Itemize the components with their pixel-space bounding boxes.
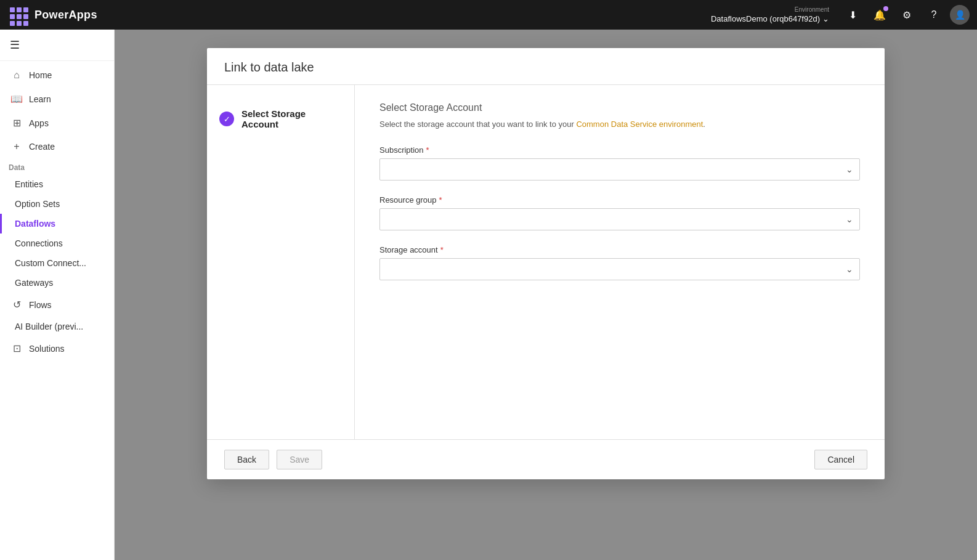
modal-steps: ✓ Select Storage Account [207,85,355,439]
step-1-label: Select Storage Account [241,108,342,129]
sidebar-item-connections[interactable]: Connections [0,233,114,253]
form-section-title: Select Storage Account [379,102,860,113]
sidebar-item-solutions-label: Solutions [29,344,65,354]
sidebar-item-option-sets[interactable]: Option Sets [0,194,114,214]
description-text-start: Select the storage account that you want… [379,120,576,129]
sidebar-item-gateways[interactable]: Gateways [0,273,114,293]
waffle-menu[interactable] [7,5,27,25]
sidebar-item-create[interactable]: + Create [0,135,114,158]
sidebar-item-apps-label: Apps [29,118,49,128]
notification-badge [883,6,888,11]
sidebar-item-solutions[interactable]: ⊡ Solutions [0,336,114,360]
sidebar-item-ai-builder[interactable]: AI Builder (previ... [0,317,114,336]
modal-header: Link to data lake [207,48,885,85]
help-button[interactable]: ? [923,4,945,26]
sidebar-item-flows[interactable]: ↺ Flows [0,293,114,317]
subscription-chevron-icon: ⌄ [846,164,853,174]
resource-group-field-group: Resource group * ⌄ [379,195,860,230]
notifications-button[interactable]: 🔔 [869,4,891,26]
modal-form: Select Storage Account Select the storag… [355,85,885,439]
data-section-header[interactable]: Data [0,158,114,174]
sidebar-item-custom-connectors[interactable]: Custom Connect... [0,253,114,273]
learn-icon: 📖 [10,93,23,105]
resource-group-label: Resource group * [379,195,860,205]
sidebar-item-home[interactable]: ⌂ Home [0,63,114,87]
modal-overlay: Link to data lake ✓ Select Storage Accou… [115,30,977,560]
form-description: Select the storage account that you want… [379,118,860,131]
environment-label: Environment [795,6,829,13]
sidebar-item-apps[interactable]: ⊞ Apps [0,111,114,135]
subscription-field-group: Subscription * ⌄ [379,145,860,181]
environment-name: DataflowsDemo (orqb647f92d) ⌄ [711,14,829,23]
link-to-data-lake-modal: Link to data lake ✓ Select Storage Accou… [207,48,885,479]
apps-icon: ⊞ [10,117,23,129]
app-logo: PowerApps [34,9,97,22]
chevron-down-icon: ⌄ [822,14,829,23]
modal-body: ✓ Select Storage Account Select Storage … [207,85,885,439]
sidebar-top: ☰ [0,30,114,61]
environment-selector[interactable]: Environment DataflowsDemo (orqb647f92d) … [711,6,829,23]
sidebar-item-home-label: Home [29,70,52,80]
modal-footer: Back Save Cancel [207,439,885,479]
sidebar-item-dataflows[interactable]: Dataflows [0,214,114,233]
resource-group-required: * [439,195,442,205]
content-area: Link to data lake ✓ Select Storage Accou… [115,30,977,560]
resource-group-select[interactable]: ⌄ [379,208,860,230]
topbar-actions: ⬇ 🔔 ⚙ ? 👤 [841,4,970,26]
modal-title: Link to data lake [224,60,867,75]
storage-account-chevron-icon: ⌄ [846,264,853,274]
step-1-circle: ✓ [219,112,234,126]
storage-account-field-group: Storage account * ⌄ [379,245,860,280]
create-icon: + [10,141,23,152]
resource-group-chevron-icon: ⌄ [846,214,853,224]
back-button[interactable]: Back [224,450,269,469]
storage-account-required: * [440,245,444,254]
home-icon: ⌂ [10,70,23,81]
sidebar: ☰ ⌂ Home 📖 Learn ⊞ Apps + Create Data En… [0,30,115,560]
sidebar-item-flows-label: Flows [29,300,52,310]
subscription-label: Subscription * [379,145,860,155]
description-text-end: . [703,120,705,129]
sidebar-item-create-label: Create [29,142,55,152]
sidebar-nav: ⌂ Home 📖 Learn ⊞ Apps + Create Data Enti… [0,61,114,363]
topbar: PowerApps Environment DataflowsDemo (orq… [0,0,977,30]
storage-account-select[interactable]: ⌄ [379,258,860,280]
cancel-button[interactable]: Cancel [814,450,867,469]
save-button[interactable]: Save [277,450,322,469]
step-1-item: ✓ Select Storage Account [219,102,342,136]
subscription-select[interactable]: ⌄ [379,158,860,181]
flows-icon: ↺ [10,299,23,310]
sidebar-hamburger[interactable]: ☰ [7,36,107,54]
storage-account-label: Storage account * [379,245,860,254]
settings-button[interactable]: ⚙ [896,4,918,26]
description-link[interactable]: Common Data Service environment [576,120,703,129]
main-layout: ☰ ⌂ Home 📖 Learn ⊞ Apps + Create Data En… [0,30,977,560]
user-avatar[interactable]: 👤 [950,5,970,25]
download-button[interactable]: ⬇ [841,4,864,26]
subscription-required: * [426,145,429,155]
solutions-icon: ⊡ [10,343,23,354]
sidebar-item-entities[interactable]: Entities [0,174,114,194]
sidebar-item-learn[interactable]: 📖 Learn [0,87,114,111]
sidebar-item-learn-label: Learn [29,94,51,104]
